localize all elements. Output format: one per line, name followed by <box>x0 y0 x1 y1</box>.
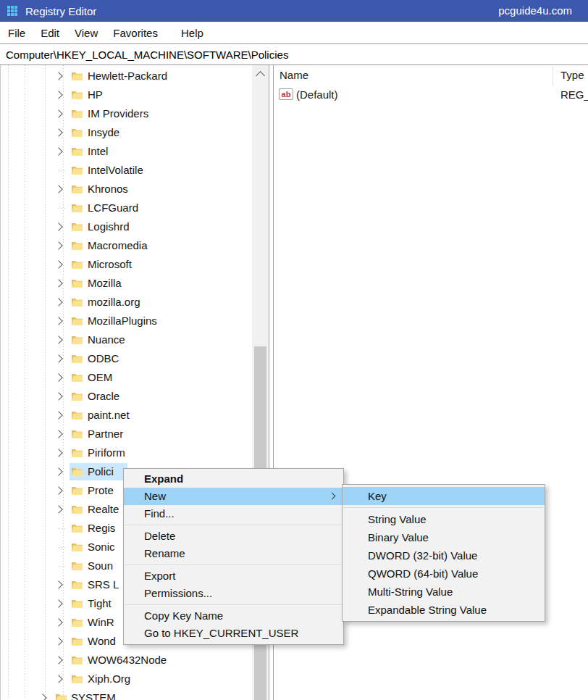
folder-icon <box>71 241 83 254</box>
column-header-name[interactable]: Name <box>280 69 308 81</box>
value-row-default[interactable]: ab (Default) REG_SZ <box>274 87 588 104</box>
expand-chevron-icon[interactable] <box>54 449 62 457</box>
expand-chevron-icon[interactable] <box>54 599 62 607</box>
expand-chevron-icon[interactable] <box>54 317 62 325</box>
menu-item-expand[interactable]: Expand <box>124 470 343 488</box>
menu-item-binary-value[interactable]: Binary Value <box>343 528 545 546</box>
tree-item-odbc[interactable]: ODBC <box>1 349 252 368</box>
tree-item-label: Khronos <box>88 183 128 195</box>
tree-item-partner[interactable]: Partner <box>1 425 252 443</box>
tree-item-label: SYSTEM <box>71 691 116 700</box>
expand-chevron-icon[interactable] <box>54 618 62 626</box>
folder-icon <box>71 599 83 612</box>
tree-item-mozillaplugins[interactable]: MozillaPlugins <box>1 312 252 330</box>
tree-item-logishrd[interactable]: Logishrd <box>1 217 252 236</box>
menu-item-rename[interactable]: Rename <box>124 545 343 562</box>
tree-item-oracle[interactable]: Oracle <box>1 387 252 406</box>
tree-item-khronos[interactable]: Khronos <box>1 180 252 199</box>
expand-chevron-icon[interactable] <box>54 147 62 155</box>
menu-item-permissions[interactable]: Permissions... <box>124 585 343 602</box>
menu-item-find[interactable]: Find... <box>124 505 343 522</box>
value-name: (Default) <box>296 88 338 101</box>
expand-chevron-icon[interactable] <box>54 505 62 513</box>
expand-chevron-icon[interactable] <box>54 467 62 475</box>
expand-chevron-icon[interactable] <box>54 241 62 249</box>
menu-separator <box>344 507 543 508</box>
tree-item-mozilla-org[interactable]: mozilla.org <box>1 293 252 312</box>
folder-icon <box>71 316 83 329</box>
expand-chevron-icon[interactable] <box>54 411 62 419</box>
expand-chevron-icon[interactable] <box>54 109 62 117</box>
expand-chevron-icon[interactable] <box>54 656 62 664</box>
expand-chevron-icon[interactable] <box>54 336 62 343</box>
address-input[interactable] <box>0 44 588 64</box>
menubar-item-help[interactable]: Help <box>179 25 206 41</box>
menu-item-export[interactable]: Export <box>124 567 343 585</box>
tree-item-label: Xiph.Org <box>88 672 130 685</box>
menu-item-new[interactable]: New <box>124 488 343 505</box>
menubar-item-favorites[interactable]: Favorites <box>111 25 160 41</box>
expand-chevron-icon[interactable] <box>54 298 62 306</box>
tree-item-macromedia[interactable]: Macromedia <box>1 236 252 255</box>
tree-item-piriform[interactable]: Piriform <box>1 443 252 462</box>
tree-item-microsoft[interactable]: Microsoft <box>1 255 252 274</box>
expand-chevron-icon[interactable] <box>54 675 62 683</box>
expand-chevron-icon[interactable] <box>54 373 62 381</box>
tree-item-system[interactable]: SYSTEM <box>1 688 252 700</box>
folder-icon <box>71 278 83 291</box>
scroll-up-icon[interactable] <box>256 71 265 80</box>
expand-chevron-icon[interactable] <box>54 222 62 230</box>
menu-item-expandable-string-value[interactable]: Expandable String Value <box>343 601 545 619</box>
tree-item-paint-net[interactable]: paint.net <box>1 406 252 425</box>
tree-item-nuance[interactable]: Nuance <box>1 330 252 349</box>
expand-chevron-icon[interactable] <box>54 392 62 400</box>
tree-item-xiph-org[interactable]: Xiph.Org <box>1 670 252 688</box>
tree-item-lcfguard[interactable]: LCFGuard <box>1 199 252 217</box>
column-header-type[interactable]: Type <box>560 69 584 81</box>
expand-chevron-icon[interactable] <box>54 91 62 99</box>
tree-item-label: Realte <box>88 503 119 515</box>
menu-item-multi-string-value[interactable]: Multi-String Value <box>343 583 545 601</box>
menu-item-qword-64-bit-value[interactable]: QWORD (64-bit) Value <box>343 564 545 583</box>
menu-item-string-value[interactable]: String Value <box>343 510 545 528</box>
folder-icon <box>71 146 83 159</box>
expand-chevron-icon[interactable] <box>54 72 62 80</box>
menu-item-go-to-hkey-current-user[interactable]: Go to HKEY_CURRENT_USER <box>124 625 343 642</box>
tree-item-oem[interactable]: OEM <box>1 368 252 387</box>
tree-item-intelvolatile[interactable]: IntelVolatile <box>1 161 252 180</box>
menubar-item-file[interactable]: File <box>6 25 28 41</box>
menubar-item-edit[interactable]: Edit <box>38 25 62 41</box>
tree-leaf-stub <box>59 208 66 209</box>
expand-chevron-icon[interactable] <box>54 486 62 494</box>
tree-leaf-stub <box>59 547 66 548</box>
folder-icon <box>71 580 83 593</box>
tree-item-wow6432node[interactable]: WOW6432Node <box>1 651 252 670</box>
tree-item-label: MozillaPlugins <box>88 314 157 327</box>
tree-item-insyde[interactable]: Insyde <box>1 123 252 142</box>
tree-item-hewlett-packard[interactable]: Hewlett-Packard <box>1 67 252 86</box>
expand-chevron-icon[interactable] <box>54 279 62 287</box>
expand-chevron-icon[interactable] <box>54 580 62 588</box>
expand-chevron-icon[interactable] <box>54 354 62 362</box>
expand-chevron-icon[interactable] <box>54 430 62 438</box>
folder-icon <box>71 636 83 649</box>
tree-item-label: Logishrd <box>88 220 130 233</box>
menu-item-key[interactable]: Key <box>343 487 545 505</box>
column-separator[interactable] <box>553 67 553 86</box>
expand-chevron-icon[interactable] <box>38 693 46 700</box>
tree-item-label: Piriform <box>88 446 125 459</box>
menu-item-dword-32-bit-value[interactable]: DWORD (32-bit) Value <box>343 546 545 564</box>
tree-item-mozilla[interactable]: Mozilla <box>1 274 252 293</box>
expand-chevron-icon[interactable] <box>54 637 62 645</box>
menubar-item-view[interactable]: View <box>72 25 100 41</box>
folder-icon <box>71 335 83 348</box>
folder-icon <box>71 165 83 178</box>
expand-chevron-icon[interactable] <box>54 185 62 193</box>
expand-chevron-icon[interactable] <box>54 260 62 268</box>
tree-item-intel[interactable]: Intel <box>1 142 252 161</box>
tree-item-im-providers[interactable]: IM Providers <box>1 104 252 123</box>
expand-chevron-icon[interactable] <box>54 128 62 136</box>
menu-item-copy-key-name[interactable]: Copy Key Name <box>124 607 343 625</box>
tree-item-hp[interactable]: HP <box>1 86 252 104</box>
menu-item-delete[interactable]: Delete <box>124 528 343 545</box>
